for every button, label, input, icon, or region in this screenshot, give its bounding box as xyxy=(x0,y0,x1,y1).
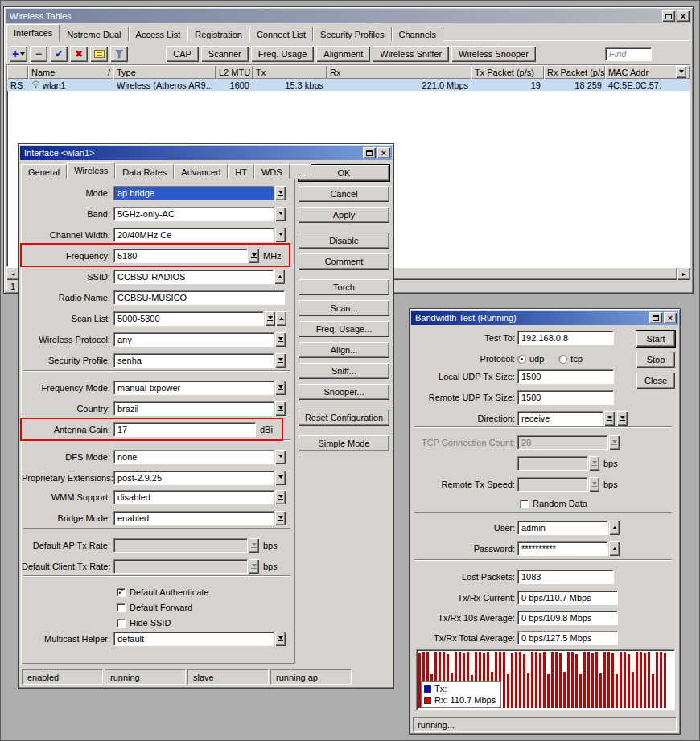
tab-access-list[interactable]: Access List xyxy=(129,27,188,41)
chevron-down-icon[interactable] xyxy=(265,311,275,326)
snooper-button[interactable]: Snooper... xyxy=(299,384,389,400)
chevron-up-icon[interactable] xyxy=(274,270,285,284)
column-tx-packet[interactable]: Tx Packet (p/s) xyxy=(471,65,544,79)
scanner-button[interactable]: Scanner xyxy=(201,46,249,62)
column-tx[interactable]: Tx xyxy=(253,65,327,79)
maximize-button[interactable] xyxy=(649,312,662,323)
checkbox-hide-ssid[interactable]: Hide SSID xyxy=(117,615,171,630)
frequency-mode-combo[interactable]: manual-txpower xyxy=(113,381,274,395)
column-options-button[interactable] xyxy=(676,66,686,78)
tab-registration[interactable]: Registration xyxy=(187,27,249,41)
wireless-sniffer-button[interactable]: Wireless Sniffer xyxy=(373,46,449,62)
remote-udp-tx-size-input[interactable]: 1500 xyxy=(517,390,614,405)
tab-interfaces[interactable]: Interfaces xyxy=(6,24,60,41)
password-input[interactable]: ********** xyxy=(517,541,608,556)
radio-name-input[interactable]: CCBSU-MUSICO xyxy=(113,290,285,305)
add-button[interactable]: + xyxy=(10,46,27,62)
chevron-up-icon[interactable] xyxy=(609,521,620,535)
radio-udp[interactable] xyxy=(517,355,526,364)
multicast-helper-combo[interactable]: default xyxy=(113,632,274,646)
apply-button[interactable]: Apply xyxy=(299,207,389,223)
proprietary-extensions-combo[interactable]: post-2.9.25 xyxy=(113,471,274,485)
wmm-support-combo[interactable]: disabled xyxy=(113,490,274,504)
close-button[interactable]: Close xyxy=(636,373,675,389)
country-combo[interactable]: brazil xyxy=(113,401,274,416)
checkbox-icon[interactable] xyxy=(520,500,529,508)
simple-mode-button[interactable]: Simple Mode xyxy=(299,435,389,451)
antenna-gain-input[interactable]: 17 xyxy=(113,422,256,437)
ok-button[interactable]: OK xyxy=(299,165,389,181)
security-profile-combo[interactable]: senha xyxy=(113,353,274,368)
tab-security-profiles[interactable]: Security Profiles xyxy=(313,27,391,41)
ssid-input[interactable]: CCBSU-RADIOS xyxy=(113,270,274,284)
chevron-up-icon[interactable] xyxy=(276,311,286,326)
chevron-down-icon[interactable] xyxy=(275,207,286,221)
stop-button[interactable]: Stop xyxy=(636,352,675,368)
maximize-button[interactable] xyxy=(363,147,376,158)
chevron-down-icon[interactable] xyxy=(249,249,259,263)
dfs-mode-combo[interactable]: none xyxy=(113,450,274,464)
tab-channels[interactable]: Channels xyxy=(392,27,443,41)
tab-general[interactable]: General xyxy=(21,164,67,179)
test-to-input[interactable]: 192.168.0.8 xyxy=(517,331,614,345)
remove-button[interactable]: − xyxy=(30,46,47,62)
column-rx[interactable]: Rx xyxy=(327,65,471,79)
enable-button[interactable]: ✔ xyxy=(50,46,68,62)
tab-connect-list[interactable]: Connect List xyxy=(249,27,313,41)
comment-button[interactable]: Comment xyxy=(299,253,389,270)
wireless-snooper-button[interactable]: Wireless Snooper xyxy=(451,46,536,62)
tab-data-rates[interactable]: Data Rates xyxy=(115,164,174,179)
checkbox-default-forward[interactable]: Default Forward xyxy=(117,600,192,615)
wireless-protocol-combo[interactable]: any xyxy=(113,332,274,347)
column-name[interactable]: Name/ xyxy=(28,65,113,79)
freq-usage-button[interactable]: Freq. Usage xyxy=(251,46,315,62)
alignment-button[interactable]: Alignment xyxy=(316,46,370,62)
checkbox-icon[interactable] xyxy=(117,588,126,597)
torch-button[interactable]: Torch xyxy=(299,279,389,295)
tab-wds[interactable]: WDS xyxy=(254,164,290,179)
column-rx-packet[interactable]: Rx Packet (p/s) xyxy=(544,65,605,79)
cancel-button[interactable]: Cancel xyxy=(299,186,389,202)
chevron-down-icon[interactable] xyxy=(617,411,628,426)
sniff-button[interactable]: Sniff... xyxy=(299,363,389,379)
column-mac[interactable]: MAC Addr xyxy=(605,65,690,79)
close-button[interactable]: × xyxy=(664,312,677,323)
chevron-up-icon[interactable] xyxy=(609,541,620,556)
filter-button[interactable] xyxy=(110,46,128,62)
tab-nstreme-dual[interactable]: Nstreme Dual xyxy=(60,27,128,41)
mode-combo[interactable]: ap bridge xyxy=(113,186,274,200)
checkbox-default-authenticate[interactable]: Default Authenticate xyxy=(117,585,208,599)
freq-usage-button[interactable]: Freq. Usage... xyxy=(299,321,389,337)
chevron-down-icon[interactable] xyxy=(275,471,286,485)
chevron-down-icon[interactable] xyxy=(275,186,286,200)
disable-button[interactable]: ✖ xyxy=(70,46,88,62)
close-button[interactable]: × xyxy=(377,147,390,158)
chevron-down-icon[interactable] xyxy=(275,228,286,242)
column-l2mtu[interactable]: L2 MTU xyxy=(216,65,253,79)
reset-configuration-button[interactable]: Reset Configuration xyxy=(299,410,389,426)
find-input[interactable] xyxy=(605,47,652,61)
start-button[interactable]: Start xyxy=(636,331,675,347)
chevron-down-icon[interactable] xyxy=(275,450,286,464)
band-combo[interactable]: 5GHz-only-AC xyxy=(113,207,274,221)
cap-button[interactable]: CAP xyxy=(166,46,199,62)
align-button[interactable]: Align... xyxy=(299,342,389,358)
chevron-down-icon[interactable] xyxy=(275,353,286,368)
chevron-down-icon[interactable] xyxy=(275,511,286,525)
tab-advanced[interactable]: Advanced xyxy=(174,164,228,179)
chevron-down-icon[interactable] xyxy=(604,411,615,426)
checkbox-icon[interactable] xyxy=(117,619,126,628)
direction-combo[interactable]: receive xyxy=(517,411,603,426)
chevron-down-icon[interactable] xyxy=(275,490,286,504)
chevron-down-icon[interactable] xyxy=(275,381,286,395)
close-button[interactable]: × xyxy=(677,10,690,22)
tab-ht[interactable]: HT xyxy=(228,164,254,179)
column-type[interactable]: Type xyxy=(113,65,216,79)
tab-more[interactable]: ... xyxy=(290,164,311,179)
disable-button[interactable]: Disable xyxy=(299,233,389,249)
checkbox-icon[interactable] xyxy=(117,603,126,612)
chevron-down-icon[interactable] xyxy=(275,332,286,347)
column-flags[interactable] xyxy=(7,65,28,79)
scroll-right-icon[interactable]: ► xyxy=(677,267,690,280)
chevron-down-icon[interactable] xyxy=(275,401,286,416)
